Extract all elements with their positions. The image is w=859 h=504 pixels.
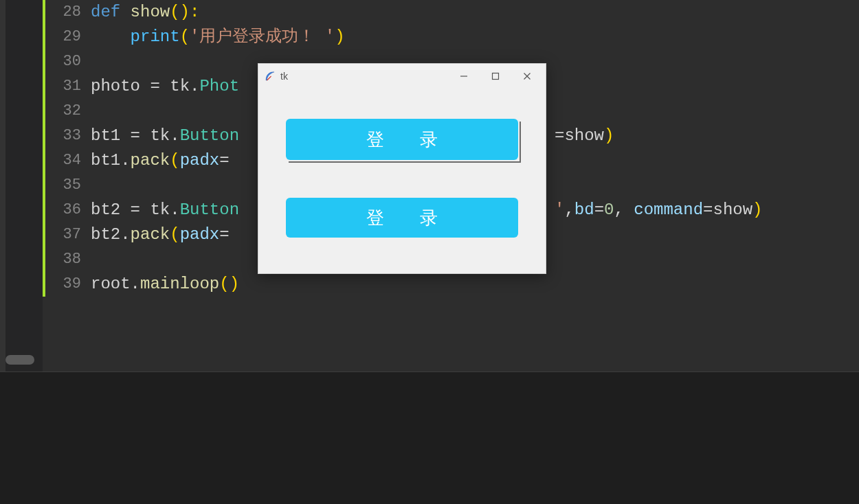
login-button-1-frame: 登 录 [286, 119, 518, 160]
maximize-button[interactable] [480, 67, 511, 86]
line-number: 28 [43, 0, 91, 25]
line-content[interactable]: root.mainloop() [91, 272, 859, 297]
line-number: 38 [43, 247, 91, 272]
tk-titlebar[interactable]: tk [258, 64, 546, 89]
code-line[interactable]: 29 print('用户登录成功！ ') [43, 25, 859, 49]
minimize-button[interactable] [448, 67, 480, 86]
modified-lines-indicator [43, 0, 45, 297]
horizontal-scrollbar[interactable] [5, 355, 34, 365]
login-button-2[interactable]: 登 录 [286, 198, 518, 238]
close-button[interactable] [511, 67, 543, 86]
code-line[interactable]: 39root.mainloop() [43, 272, 859, 297]
line-number: 32 [43, 99, 91, 124]
line-number: 29 [43, 25, 91, 49]
line-number: 37 [43, 222, 91, 247]
login-button-1[interactable]: 登 录 [286, 119, 518, 160]
tkinter-window: tk 登 录 登 录 [258, 63, 546, 274]
line-number: 34 [43, 148, 91, 173]
tk-window-body: 登 录 登 录 [258, 89, 546, 275]
line-number: 31 [43, 74, 91, 99]
code-fragment[interactable]: ',bd=0, command=show) [555, 198, 763, 222]
code-fragment[interactable]: =show) [555, 124, 614, 148]
line-number: 35 [43, 173, 91, 198]
output-panel[interactable] [0, 371, 859, 504]
line-number: 39 [43, 272, 91, 297]
line-content[interactable]: print('用户登录成功！ ') [91, 25, 859, 49]
line-number: 30 [43, 49, 91, 74]
line-number: 33 [43, 124, 91, 148]
line-number: 36 [43, 198, 91, 222]
gutter-edge [0, 0, 5, 371]
gutter-left [5, 0, 43, 371]
svg-rect-1 [493, 73, 499, 80]
window-title: tk [280, 71, 448, 82]
feather-icon [264, 70, 276, 82]
code-line[interactable]: 28def show(): [43, 0, 859, 25]
line-content[interactable]: def show(): [91, 0, 859, 25]
